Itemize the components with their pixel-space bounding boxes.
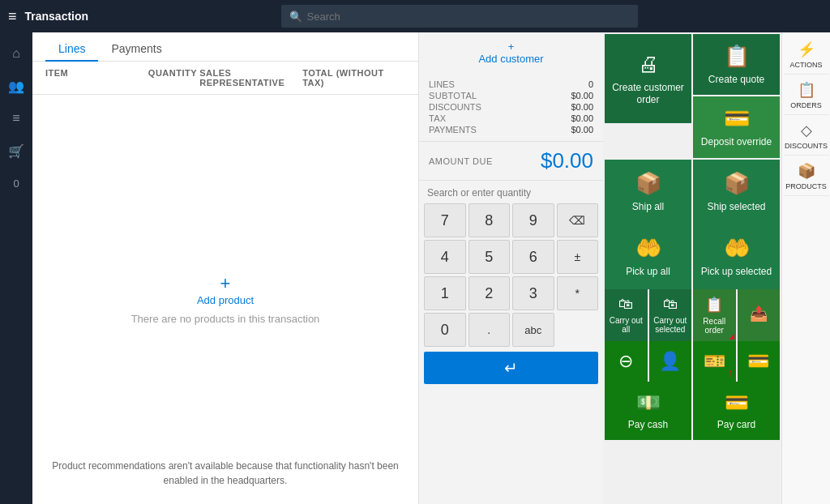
add-product-button[interactable]: + Add product [197,275,254,306]
discounts-icon: ◇ [801,122,812,139]
app-title: Transaction [25,10,89,23]
recall-order-icon: 📋 [705,296,723,314]
numpad-enter-button[interactable]: ↵ [424,352,598,384]
sidebar-discounts[interactable]: ◇ DISCOUNTS [784,117,829,156]
key-4[interactable]: 4 [424,240,466,274]
pickup-selected-button[interactable]: 🤲 Pick up selected [693,224,780,289]
add-product-plus-icon: + [220,275,231,293]
deposit-override-icon: 💳 [724,106,750,131]
carry-out-all-button[interactable]: 🛍 Carry out all [605,289,648,341]
tabs: Lines Payments [32,32,418,62]
pickup-selected-label: Pick up selected [701,266,772,277]
amount-due-section: AMOUNT DUE $0.00 [419,142,603,181]
menu-icon[interactable]: ≡ [8,8,17,25]
key-5[interactable]: 5 [468,240,511,274]
ship-all-button[interactable]: 📦 Ship all [605,160,691,224]
key-abc[interactable]: abc [512,313,554,347]
key-plus-minus[interactable]: ± [557,240,599,274]
deposit-override-button[interactable]: 💳 Deposit override [693,96,780,157]
carry-out-all-label: Carry out all [608,316,644,334]
sidebar-actions[interactable]: ⚡ ACTIONS [784,36,829,75]
nav-cart[interactable]: 🛒 [2,136,31,165]
transaction-area: Lines Payments ITEM QUANTITY SALES REPRE… [32,32,418,504]
no-products-message: There are no products in this transactio… [131,313,320,325]
amount-due-value: $0.00 [541,148,593,173]
extra-action-icon: 📤 [750,305,768,322]
sidebar-orders[interactable]: 📋 ORDERS [784,76,829,115]
create-quote-label: Create quote [708,74,764,85]
icon-user-icon: 👤 [659,351,681,372]
key-multiply[interactable]: * [557,276,599,310]
create-quote-button[interactable]: 📋 Create quote [693,34,780,95]
add-customer-button[interactable]: + Add customer [419,32,603,73]
key-7[interactable]: 7 [424,203,466,237]
tab-lines[interactable]: Lines [45,37,98,62]
payments-value: $0.00 [515,125,594,135]
payments-label: PAYMENTS [429,125,508,135]
nav-count[interactable]: 0 [2,169,31,198]
extra-action-button[interactable]: 📤 [738,289,781,341]
carry-out-selected-label: Carry out selected [652,316,689,334]
pickup-all-label: Pick up all [626,266,670,277]
key-0[interactable]: 0 [424,313,466,347]
numpad-area: Search or enter quantity 7 8 9 ⌫ 4 5 6 ±… [419,181,603,389]
nav-users[interactable]: 👥 [2,71,31,100]
pay-card-label: Pay card [717,419,755,430]
key-9[interactable]: 9 [512,203,554,237]
key-backspace[interactable]: ⌫ [557,203,599,237]
carry-out-selected-icon: 🛍 [663,296,678,313]
pickup-all-icon: 🤲 [635,236,661,261]
products-label: PRODUCTS [785,182,827,190]
small-btn-row: 🛍 Carry out all 🛍 Carry out selected 📋 R… [603,289,781,341]
right-panel: + Add customer LINES 0 SUBTOTAL $0.00 DI… [418,32,603,504]
col-sales-rep: SALES REPRESENTATIVE [199,68,302,88]
tax-value: $0.00 [515,113,594,123]
lines-value: 0 [515,79,594,89]
create-quote-icon: 📋 [724,44,750,69]
carry-out-selected-button[interactable]: 🛍 Carry out selected [649,289,692,341]
icon-minus-icon: ⊖ [618,351,633,372]
pickup-all-button[interactable]: 🤲 Pick up all [605,224,691,289]
pickup-selected-icon: 🤲 [724,236,750,261]
icon-ticket-icon: 🎫 [704,351,725,372]
pay-cash-button[interactable]: 💵 Pay cash [605,382,691,440]
recall-order-button[interactable]: 📋 Recall order [693,289,736,341]
create-customer-order-button[interactable]: 🖨 Create customer order [605,34,691,123]
orders-icon: 📋 [798,81,815,99]
icon-row: ⊖ 👤 🎫 ↑ 💳 [603,341,781,382]
key-6[interactable]: 6 [512,240,554,274]
ship-selected-icon: 📦 [724,171,750,196]
key-8[interactable]: 8 [468,203,511,237]
sidebar-products[interactable]: 📦 PRODUCTS [784,157,829,196]
discounts-label: DISCOUNTS [429,102,508,112]
key-decimal[interactable]: . [468,313,511,347]
create-customer-order-icon: 🖨 [638,52,659,77]
actions-label: ACTIONS [789,61,822,69]
col-item: ITEM [45,68,148,88]
deposit-override-label: Deposit override [701,136,772,147]
search-bar[interactable]: 🔍 [281,5,638,28]
search-input[interactable] [307,11,630,23]
tab-payments[interactable]: Payments [98,37,174,62]
icon-card-button[interactable]: 💳 [738,341,781,382]
lines-label: LINES [429,79,508,89]
left-nav: ⌂ 👥 ≡ 🛒 0 [0,32,32,504]
add-customer-label: Add customer [478,53,543,65]
icon-user-button[interactable]: 👤 [649,341,692,382]
pay-row: 💵 Pay cash 💳 Pay card [603,382,781,442]
pay-card-icon: 💳 [725,391,749,414]
key-1[interactable]: 1 [424,276,466,310]
pay-cash-label: Pay cash [628,419,668,430]
subtotal-value: $0.00 [515,91,594,100]
ship-all-icon: 📦 [635,171,661,196]
nav-menu[interactable]: ≡ [2,104,31,133]
icon-ticket-button[interactable]: 🎫 ↑ [693,341,736,382]
table-header: ITEM QUANTITY SALES REPRESENTATIVE TOTAL… [32,62,418,95]
nav-home[interactable]: ⌂ [2,39,31,68]
key-2[interactable]: 2 [468,276,511,310]
icon-minus-button[interactable]: ⊖ [605,341,648,382]
ship-selected-button[interactable]: 📦 Ship selected [693,160,780,224]
key-3[interactable]: 3 [512,276,554,310]
add-product-label: Add product [197,294,254,306]
pay-card-button[interactable]: 💳 Pay card [693,382,780,440]
